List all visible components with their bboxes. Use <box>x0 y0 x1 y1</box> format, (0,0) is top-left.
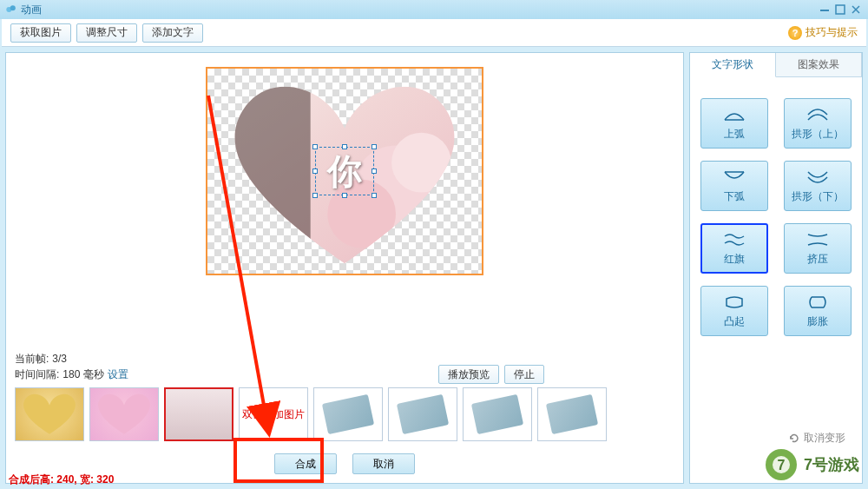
svg-text:7: 7 <box>778 458 786 472</box>
watermark-text: 7号游戏 <box>804 454 859 475</box>
shape-bulge[interactable]: 凸起 <box>700 286 768 336</box>
settings-link[interactable]: 设置 <box>108 367 128 382</box>
shape-label: 上弧 <box>724 127 745 142</box>
toolbar: 获取图片 调整尺寸 添加文字 ? 技巧与提示 <box>2 19 866 47</box>
cancel-transform-label: 取消变形 <box>804 431 845 446</box>
svg-rect-5 <box>208 69 311 274</box>
interval-unit: 毫秒 <box>83 367 104 382</box>
status-text: 合成后高: 240, 宽: 320 <box>9 472 114 487</box>
text-overlay[interactable]: 你 <box>315 147 374 195</box>
cancel-transform-link[interactable]: 取消变形 <box>788 431 845 446</box>
highlight-box <box>233 438 324 483</box>
frame-placeholder-4[interactable] <box>537 387 607 441</box>
shape-label: 拱形（上） <box>792 127 844 142</box>
shape-label: 拱形（下） <box>792 189 844 204</box>
shape-up-arc[interactable]: 上弧 <box>700 98 768 149</box>
add-text-button[interactable]: 添加文字 <box>142 23 203 43</box>
title-bar: 动画 <box>0 0 868 19</box>
frame-placeholder-2[interactable] <box>388 387 457 441</box>
shape-label: 红旗 <box>724 252 745 267</box>
interval-value: 180 <box>62 367 80 382</box>
svg-rect-3 <box>836 5 845 14</box>
svg-point-8 <box>391 133 451 193</box>
shape-label: 下弧 <box>724 189 745 204</box>
get-image-button[interactable]: 获取图片 <box>10 23 71 43</box>
close-button[interactable] <box>849 3 863 16</box>
editor-panel: 你 当前帧: 3/3 时间间隔: 180 毫秒 设置 播放预览 停止 <box>5 52 684 484</box>
shape-arch-down[interactable]: 拱形（下） <box>784 161 852 211</box>
current-frame-label: 当前帧: <box>15 351 49 367</box>
window-title: 动画 <box>21 3 42 17</box>
svg-point-1 <box>10 5 16 10</box>
tips-label: 技巧与提示 <box>806 25 858 40</box>
frame-thumb-1[interactable] <box>15 387 84 441</box>
shape-label: 膨胀 <box>807 314 828 329</box>
shape-label: 凸起 <box>724 314 745 329</box>
canvas[interactable]: 你 <box>206 67 483 275</box>
stop-button[interactable]: 停止 <box>504 365 544 384</box>
shape-label: 挤压 <box>807 252 828 267</box>
play-preview-button[interactable]: 播放预览 <box>438 365 499 384</box>
interval-label: 时间间隔: <box>15 367 59 382</box>
frame-placeholder-3[interactable] <box>463 387 532 441</box>
shape-down-arc[interactable]: 下弧 <box>700 161 768 211</box>
overlay-text: 你 <box>327 148 362 195</box>
add-frame-hint[interactable]: 双击添加图片 <box>239 387 308 441</box>
tab-pattern-effect[interactable]: 图案效果 <box>776 53 862 76</box>
help-icon: ? <box>788 26 802 40</box>
watermark: 7 7号游戏 <box>764 447 859 482</box>
frame-info: 当前帧: 3/3 时间间隔: 180 毫秒 设置 <box>6 347 683 386</box>
frame-thumb-3-selected[interactable] <box>164 387 233 441</box>
frame-thumb-2[interactable] <box>89 387 159 441</box>
shape-arch-up[interactable]: 拱形（上） <box>784 98 852 149</box>
maximize-button[interactable] <box>833 3 847 16</box>
app-icon <box>5 3 17 16</box>
minimize-button[interactable] <box>818 3 832 16</box>
tips-link[interactable]: ? 技巧与提示 <box>788 25 858 40</box>
timeline: 播放预览 停止 双击添加图片 <box>6 386 683 448</box>
cancel-button[interactable]: 取消 <box>352 453 415 474</box>
frame-placeholder-1[interactable] <box>313 387 383 441</box>
tab-text-shape[interactable]: 文字形状 <box>690 53 776 77</box>
resize-button[interactable]: 调整尺寸 <box>76 23 137 43</box>
current-frame-value: 3/3 <box>52 351 67 367</box>
effects-panel: 文字形状 图案效果 上弧 拱形（上） 下弧 拱形（下） 红旗 <box>689 52 863 484</box>
svg-rect-2 <box>820 10 829 11</box>
shape-flag-selected[interactable]: 红旗 <box>700 223 768 274</box>
shape-squeeze[interactable]: 挤压 <box>784 223 852 274</box>
shape-expand[interactable]: 膨胀 <box>784 286 852 336</box>
